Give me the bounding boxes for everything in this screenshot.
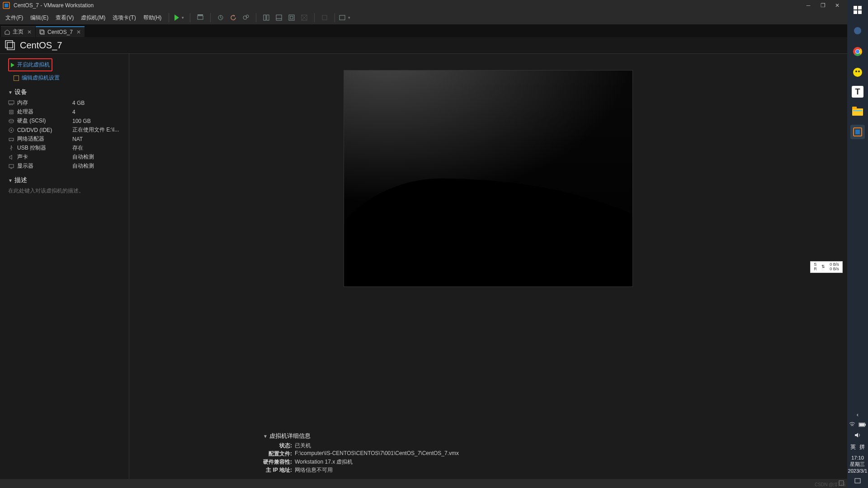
device-row-display[interactable]: 显示器自动检测: [8, 162, 122, 170]
start-button[interactable]: [850, 3, 865, 17]
minimize-button[interactable]: ─: [801, 0, 816, 11]
svg-rect-36: [854, 6, 857, 9]
device-row-memory[interactable]: 内存4 GB: [8, 99, 122, 107]
svg-point-28: [11, 129, 12, 131]
svg-point-47: [855, 70, 857, 72]
taskbar-chrome-icon[interactable]: [850, 44, 865, 59]
svg-rect-24: [9, 110, 13, 114]
home-icon: [5, 29, 10, 35]
notifications-icon[interactable]: [854, 478, 861, 485]
menubar: 文件(F) 编辑(E) 查看(V) 虚拟机(M) 选项卡(T) 帮助(H) ▼ …: [0, 11, 847, 24]
toolbar-view-single-icon[interactable]: [274, 13, 283, 22]
network-speed-widget[interactable]: SR ⇅ 0 B/s0 B/s: [810, 261, 843, 273]
taskbar-app-1[interactable]: [850, 23, 865, 38]
display-icon: [8, 163, 14, 169]
toolbar-snapshot-manager-icon[interactable]: [241, 13, 250, 22]
taskbar-app-3[interactable]: [850, 65, 865, 80]
svg-rect-55: [865, 424, 866, 426]
svg-rect-50: [852, 107, 857, 109]
tab-close-icon[interactable]: ✕: [76, 29, 81, 35]
taskbar-app-4[interactable]: T: [852, 86, 863, 98]
toolbar-layout-dropdown[interactable]: ▼: [340, 13, 349, 22]
edit-vm-settings-link[interactable]: 编辑虚拟机设置: [14, 74, 122, 82]
svg-rect-11: [289, 15, 294, 20]
statusbar: [0, 479, 847, 488]
maximize-button[interactable]: ❐: [816, 0, 830, 11]
menu-file[interactable]: 文件(F): [2, 12, 27, 23]
toolbar-send-ctrlaltdel-icon[interactable]: [196, 13, 205, 22]
close-button[interactable]: ✕: [830, 0, 844, 11]
device-row-sound[interactable]: 声卡自动检测: [8, 153, 122, 161]
device-row-usb[interactable]: USB 控制器存在: [8, 144, 122, 152]
description-section-header[interactable]: ▼ 描述: [8, 176, 122, 184]
power-on-vm-link[interactable]: 开启此虚拟机: [11, 61, 50, 69]
vm-name: CentOS_7: [20, 40, 62, 51]
svg-rect-51: [853, 110, 862, 111]
device-row-cpu[interactable]: 处理器4: [8, 108, 122, 116]
taskbar-explorer-icon[interactable]: [850, 104, 865, 118]
device-row-cd[interactable]: CD/DVD (IDE)正在使用文件 E:\I...: [8, 126, 122, 134]
detail-row: 硬件兼容性:Workstation 17.x 虚拟机: [263, 458, 459, 466]
play-icon: [11, 63, 14, 67]
svg-rect-53: [855, 130, 860, 134]
preview-area: ▼虚拟机详细信息 状态:已关机 配置文件:F:\computer\IS-CENT…: [129, 54, 847, 479]
svg-rect-39: [858, 10, 862, 14]
svg-point-48: [858, 70, 860, 72]
usb-icon: [8, 145, 14, 151]
details-header[interactable]: ▼虚拟机详细信息: [263, 432, 459, 440]
detail-row: 配置文件:F:\computer\IS-CENTOS\CENTOS\7\001\…: [263, 450, 459, 458]
toolbar-stretch-icon[interactable]: [320, 13, 329, 22]
tab-home[interactable]: 主页 ✕: [1, 26, 35, 37]
svg-rect-15: [340, 15, 345, 20]
svg-rect-16: [40, 30, 43, 33]
watermark: CSDN @澪775: [815, 482, 845, 488]
svg-rect-56: [859, 423, 864, 426]
svg-rect-20: [9, 101, 14, 104]
os-taskbar: T ‹ 英拼 17:10 星期三 2023/3/1: [847, 0, 868, 488]
menu-vm[interactable]: 虚拟机(M): [77, 12, 109, 23]
menu-edit[interactable]: 编辑(E): [27, 12, 52, 23]
svg-point-32: [11, 145, 12, 146]
svg-rect-9: [276, 15, 282, 20]
svg-rect-7: [264, 15, 266, 20]
svg-rect-29: [9, 138, 14, 141]
menu-view[interactable]: 查看(V): [52, 12, 77, 23]
device-row-disk[interactable]: 硬盘 (SCSI)100 GB: [8, 117, 122, 125]
sound-icon: [8, 154, 14, 160]
toolbar-revert-icon[interactable]: [229, 13, 238, 22]
toolbar-view-console-icon[interactable]: [262, 13, 271, 22]
devices-section-header[interactable]: ▼ 设备: [8, 88, 122, 96]
chevron-down-icon: ▼: [8, 90, 13, 95]
vm-details: ▼虚拟机详细信息 状态:已关机 配置文件:F:\computer\IS-CENT…: [263, 432, 459, 474]
svg-point-26: [9, 119, 14, 121]
battery-icon[interactable]: [859, 422, 866, 428]
titlebar: CentOS_7 - VMware Workstation ─ ❐ ✕: [0, 0, 847, 11]
wifi-icon[interactable]: [849, 422, 855, 428]
memory-icon: [8, 100, 14, 106]
taskbar-vmware-icon[interactable]: [850, 125, 865, 139]
svg-point-5: [243, 16, 247, 19]
vm-preview-screen: [344, 70, 633, 287]
toolbar-unity-icon[interactable]: [300, 13, 309, 22]
system-clock[interactable]: 17:10 星期三 2023/3/1: [848, 455, 868, 474]
svg-rect-38: [854, 10, 857, 14]
power-on-highlight: 开启此虚拟机: [8, 58, 52, 71]
device-row-net[interactable]: 网络适配器NAT: [8, 135, 122, 143]
tray-chevron-icon[interactable]: ‹: [857, 411, 859, 418]
description-placeholder[interactable]: 在此处键入对该虚拟机的描述。: [8, 187, 122, 195]
toolbar-snapshot-icon[interactable]: [216, 13, 225, 22]
toolbar-fullscreen-icon[interactable]: [287, 13, 296, 22]
tab-close-icon[interactable]: ✕: [27, 29, 32, 35]
menu-tabs[interactable]: 选项卡(T): [109, 12, 139, 23]
toolbar-power-dropdown[interactable]: ▼: [175, 14, 184, 21]
cd-icon: [8, 127, 14, 133]
volume-icon[interactable]: [854, 432, 861, 440]
window-title: CentOS_7 - VMware Workstation: [14, 2, 94, 9]
menu-help[interactable]: 帮助(H): [140, 12, 165, 23]
ime-indicator[interactable]: 英拼: [850, 443, 865, 451]
svg-rect-37: [858, 6, 862, 9]
vm-icon: [39, 29, 45, 35]
svg-rect-57: [855, 479, 860, 483]
tab-centos7[interactable]: CentOS_7 ✕: [36, 26, 85, 37]
svg-rect-18: [5, 41, 13, 48]
